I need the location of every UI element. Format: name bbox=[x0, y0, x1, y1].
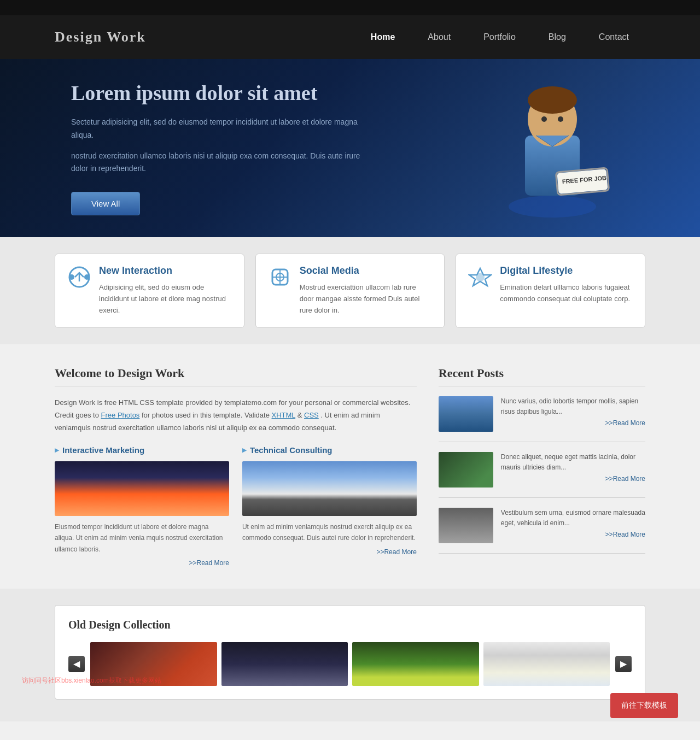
hero-title: Lorem ipsum dolor sit amet bbox=[71, 81, 377, 105]
free-photos-link[interactable]: Free Photos bbox=[101, 411, 140, 419]
article-text-0: Eiusmod tempor incididunt ut labore et d… bbox=[55, 521, 229, 555]
nav-home[interactable]: Home bbox=[354, 27, 411, 48]
top-bar bbox=[0, 0, 700, 15]
hero-image: FREE FOR JOB bbox=[487, 70, 618, 212]
article-readmore-0[interactable]: >>Read More bbox=[55, 559, 229, 567]
svg-point-11 bbox=[84, 274, 90, 280]
nav-portfolio[interactable]: Portfolio bbox=[467, 27, 532, 48]
welcome-title: Welcome to Design Work bbox=[55, 366, 417, 386]
feature-content-1: Social Media Mostrud exerciattion ullaco… bbox=[300, 265, 433, 316]
post-readmore-1[interactable]: >>Read More bbox=[501, 475, 645, 483]
feature-title-0: New Interaction bbox=[99, 265, 232, 277]
post-readmore-2[interactable]: >>Read More bbox=[501, 531, 645, 538]
features-section: New Interaction Adipisicing elit, sed do… bbox=[0, 237, 700, 344]
gallery-section: Old Design Collection ◀ ▶ bbox=[0, 589, 700, 721]
gallery-item-2[interactable] bbox=[352, 642, 479, 686]
social-media-icon bbox=[268, 265, 292, 289]
nav-about[interactable]: About bbox=[411, 27, 467, 48]
article-text-1: Ut enim ad minim veniamquis nostrud exer… bbox=[242, 521, 417, 544]
svg-point-0 bbox=[509, 196, 596, 218]
svg-point-4 bbox=[541, 116, 547, 122]
content-right: Recent Posts Nunc varius, odio lobortis … bbox=[439, 366, 645, 567]
recent-posts-title: Recent Posts bbox=[439, 366, 645, 386]
feature-title-1: Social Media bbox=[300, 265, 433, 277]
post-content-1: Donec aliquet, neque eget mattis lacinia… bbox=[501, 452, 645, 488]
post-text-1: Donec aliquet, neque eget mattis lacinia… bbox=[501, 452, 645, 473]
article-image-0 bbox=[55, 461, 229, 516]
svg-point-3 bbox=[528, 86, 577, 114]
feature-desc-0: Adipisicing elit, sed do eiusm ode incid… bbox=[99, 282, 232, 316]
gallery-items bbox=[90, 642, 610, 686]
post-item-0: Nunc varius, odio lobortis tempor mollis… bbox=[439, 396, 645, 442]
nav: Home About Portfolio Blog Contact bbox=[354, 27, 645, 48]
hero-section: Lorem ipsum dolor sit amet Sectetur adip… bbox=[0, 59, 700, 237]
post-text-2: Vestibulum sem urna, euismod ornare male… bbox=[501, 508, 645, 528]
gallery-item-3[interactable] bbox=[483, 642, 610, 686]
article-readmore-1[interactable]: >>Read More bbox=[242, 548, 417, 556]
xhtml-link[interactable]: XHTML bbox=[272, 411, 296, 419]
content-left: Welcome to Design Work Design Work is fr… bbox=[55, 366, 417, 567]
feature-desc-2: Emination delart ulllamco laboris fugaie… bbox=[500, 282, 633, 305]
feature-content-2: Digital Lifestyle Emination delart ullla… bbox=[500, 265, 633, 305]
welcome-paragraph: Design Work is free HTML CSS template pr… bbox=[55, 396, 417, 434]
welcome-text2: for photos used in this template. Valida… bbox=[142, 411, 272, 419]
slider-next-button[interactable]: ▶ bbox=[615, 656, 632, 672]
articles-container: Interactive Marketing Eiusmod tempor inc… bbox=[55, 445, 417, 567]
post-text-0: Nunc varius, odio lobortis tempor mollis… bbox=[501, 396, 645, 417]
digital-lifestyle-icon bbox=[468, 265, 492, 289]
nav-blog[interactable]: Blog bbox=[532, 27, 582, 48]
post-thumbnail-2 bbox=[439, 508, 493, 543]
article-0: Interactive Marketing Eiusmod tempor inc… bbox=[55, 445, 229, 567]
download-button[interactable]: 前往下载模板 bbox=[610, 693, 678, 718]
hero-para1: Sectetur adipisicing elit, sed do eiusmo… bbox=[71, 116, 377, 142]
post-content-2: Vestibulum sem urna, euismod ornare male… bbox=[501, 508, 645, 543]
feature-content-0: New Interaction Adipisicing elit, sed do… bbox=[99, 265, 232, 316]
view-all-button[interactable]: View All bbox=[71, 192, 140, 215]
main-content: Welcome to Design Work Design Work is fr… bbox=[0, 344, 700, 589]
gallery-item-1[interactable] bbox=[221, 642, 348, 686]
article-title-1: Technical Consulting bbox=[242, 445, 417, 455]
gallery-title: Old Design Collection bbox=[68, 619, 632, 631]
slider-prev-button[interactable]: ◀ bbox=[68, 656, 85, 672]
welcome-text3: & bbox=[298, 411, 304, 419]
hero-para2: nostrud exercitation ullamco laboris nis… bbox=[71, 150, 377, 176]
feature-card-0: New Interaction Adipisicing elit, sed do… bbox=[55, 254, 244, 327]
article-title-0: Interactive Marketing bbox=[55, 445, 229, 455]
post-thumbnail-1 bbox=[439, 452, 493, 488]
article-image-1 bbox=[242, 461, 417, 516]
svg-point-5 bbox=[558, 116, 563, 122]
logo: Design Work bbox=[55, 29, 146, 45]
post-item-1: Donec aliquet, neque eget mattis lacinia… bbox=[439, 452, 645, 498]
feature-card-1: Social Media Mostrud exerciattion ullaco… bbox=[255, 254, 445, 327]
hero-text: Lorem ipsum dolor sit amet Sectetur adip… bbox=[71, 81, 377, 215]
feature-card-2: Digital Lifestyle Emination delart ullla… bbox=[456, 254, 645, 327]
watermark: 访问同号社区bbs.xienlao.com获取下载更多网站 bbox=[22, 676, 161, 685]
hero-character-svg: FREE FOR JOB bbox=[492, 64, 612, 218]
css-link[interactable]: CSS bbox=[304, 411, 319, 419]
header: Design Work Home About Portfolio Blog Co… bbox=[0, 15, 700, 59]
article-1: Technical Consulting Ut enim ad minim ve… bbox=[242, 445, 417, 567]
nav-contact[interactable]: Contact bbox=[582, 27, 645, 48]
post-content-0: Nunc varius, odio lobortis tempor mollis… bbox=[501, 396, 645, 432]
feature-desc-1: Mostrud exerciattion ullacom lab rure do… bbox=[300, 282, 433, 316]
svg-point-10 bbox=[69, 274, 74, 280]
new-interaction-icon bbox=[67, 265, 91, 289]
post-item-2: Vestibulum sem urna, euismod ornare male… bbox=[439, 508, 645, 554]
svg-point-14 bbox=[476, 273, 485, 281]
feature-title-2: Digital Lifestyle bbox=[500, 265, 633, 277]
post-thumbnail-0 bbox=[439, 396, 493, 432]
post-readmore-0[interactable]: >>Read More bbox=[501, 419, 645, 427]
